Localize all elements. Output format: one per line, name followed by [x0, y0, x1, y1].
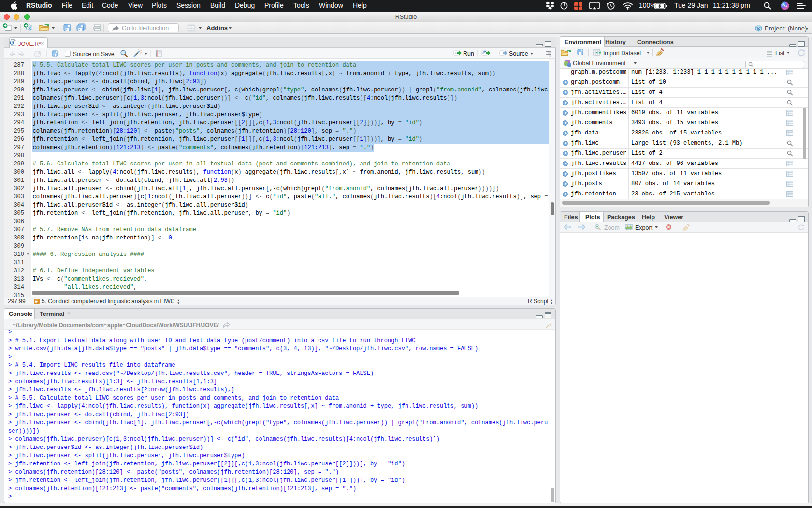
svg-text:R: R — [28, 26, 31, 30]
svg-text:R: R — [11, 41, 14, 45]
svg-text:R: R — [757, 26, 760, 30]
